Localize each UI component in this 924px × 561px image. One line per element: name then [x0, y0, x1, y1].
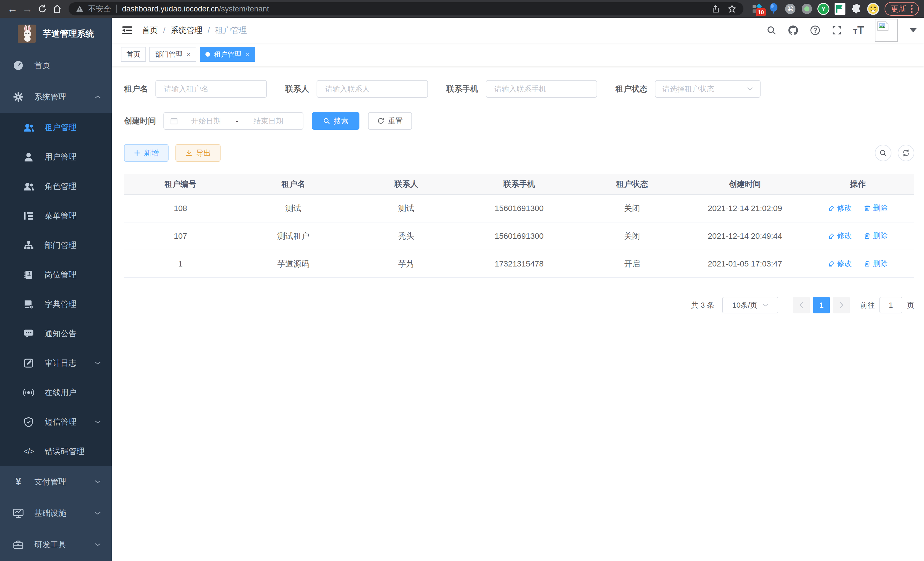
edit-link[interactable]: 修改 [828, 259, 852, 268]
back-icon[interactable]: ← [5, 2, 20, 16]
dictionary-icon [22, 299, 35, 309]
tags-view: 首页 部门管理 × 租户管理 × [112, 43, 924, 66]
contact-input[interactable] [316, 80, 428, 98]
sidebar-item-system[interactable]: 系统管理 [0, 81, 112, 113]
security-warning-icon[interactable] [75, 5, 84, 13]
sidebar: 芋道管理系统 首页 系统管理 租户管理 用户管理 角色管理 [0, 18, 112, 561]
logo-rabbit-image [18, 25, 36, 43]
sidebar-item-online-users[interactable]: 在线用户 [0, 378, 112, 407]
extension-flag-icon[interactable] [833, 2, 847, 16]
tab-tenant[interactable]: 租户管理 × [200, 47, 255, 62]
goto-page-input[interactable] [879, 297, 902, 313]
sidebar-item-sms[interactable]: 短信管理 [0, 407, 112, 437]
tenant-name-input[interactable] [155, 80, 267, 98]
home-icon[interactable] [50, 2, 64, 16]
profile-avatar-icon[interactable] [866, 2, 880, 16]
delete-link[interactable]: 删除 [864, 259, 888, 268]
sidebar-logo[interactable]: 芋道管理系统 [0, 18, 112, 50]
reload-icon[interactable] [35, 2, 50, 16]
delete-link[interactable]: 删除 [864, 231, 888, 241]
user-avatar[interactable] [875, 19, 898, 42]
cell-name: 芋道源码 [237, 250, 350, 278]
extension-tampermonkey-icon[interactable]: 10 [750, 2, 764, 16]
tab-close-icon[interactable]: × [245, 51, 249, 58]
tenant-name-label: 租户名 [124, 83, 148, 94]
sitemap-icon [22, 241, 35, 250]
next-page-button[interactable] [833, 297, 850, 313]
extension-balloon-icon[interactable] [767, 2, 781, 16]
sidebar-item-label: 租户管理 [45, 122, 76, 133]
extension-record-icon[interactable] [800, 2, 814, 16]
cell-created: 2021-12-14 21:02:09 [688, 194, 801, 222]
tab-close-icon[interactable]: × [187, 51, 190, 58]
delete-link[interactable]: 删除 [864, 203, 888, 213]
current-page-button[interactable]: 1 [813, 297, 830, 313]
signal-icon [22, 388, 35, 397]
chevron-down-icon [747, 87, 753, 91]
export-button[interactable]: 导出 [176, 144, 220, 162]
page-size-select[interactable]: 10条/页 [722, 297, 778, 313]
sidebar-item-user[interactable]: 用户管理 [0, 142, 112, 171]
edit-link[interactable]: 修改 [828, 203, 852, 213]
mobile-input[interactable] [486, 80, 597, 98]
date-separator: - [234, 117, 240, 126]
github-icon[interactable] [788, 25, 799, 36]
tab-home[interactable]: 首页 [121, 47, 146, 62]
sidebar-item-post[interactable]: 岗位管理 [0, 260, 112, 289]
search-button[interactable]: 搜索 [312, 112, 359, 130]
font-size-icon[interactable]: TT [853, 24, 864, 37]
sidebar-item-audit-log[interactable]: 审计日志 [0, 348, 112, 378]
reset-button[interactable]: 重置 [368, 112, 412, 130]
sidebar-item-tenant[interactable]: 租户管理 [0, 113, 112, 142]
bookmark-star-icon[interactable] [728, 4, 736, 14]
edit-link[interactable]: 修改 [828, 231, 852, 241]
search-button-label: 搜索 [334, 116, 349, 126]
extension-y-icon[interactable]: Y [817, 2, 830, 16]
sidebar-item-label: 错误码管理 [45, 446, 85, 457]
sidebar-item-dict[interactable]: 字典管理 [0, 289, 112, 319]
refresh-table-button[interactable] [898, 145, 914, 161]
add-button[interactable]: 新增 [124, 144, 169, 162]
page-size-value: 10条/页 [732, 300, 758, 310]
breadcrumb-home[interactable]: 首页 [142, 25, 158, 36]
avatar-dropdown-caret[interactable] [910, 28, 916, 32]
sidebar-item-menu[interactable]: 菜单管理 [0, 201, 112, 230]
badge-icon [22, 270, 35, 280]
sidebar-item-dept[interactable]: 部门管理 [0, 230, 112, 260]
sidebar-item-notice[interactable]: 通知公告 [0, 319, 112, 348]
table-row: 108 测试 测试 15601691300 关闭 2021-12-14 21:0… [124, 194, 914, 222]
tab-dept[interactable]: 部门管理 × [149, 47, 196, 62]
breadcrumb-system[interactable]: 系统管理 [171, 25, 202, 36]
sidebar-item-role[interactable]: 角色管理 [0, 171, 112, 201]
breadcrumb: 首页 / 系统管理 / 租户管理 [142, 25, 247, 36]
toggle-search-button[interactable] [875, 145, 891, 161]
sidebar-item-label: 岗位管理 [45, 269, 76, 280]
sidebar-item-home[interactable]: 首页 [0, 50, 112, 81]
sidebar-item-infra[interactable]: 基础设施 [0, 498, 112, 529]
share-icon[interactable] [711, 5, 720, 13]
hamburger-icon[interactable] [122, 26, 133, 35]
browser-menu-icon[interactable] [911, 5, 913, 13]
sidebar-item-label: 在线用户 [45, 387, 76, 398]
fullscreen-icon[interactable] [831, 25, 842, 36]
forward-icon[interactable]: → [20, 2, 35, 16]
sidebar-item-label: 部门管理 [45, 240, 76, 251]
status-select[interactable]: 请选择租户状态 [655, 80, 760, 98]
help-icon[interactable] [810, 25, 820, 36]
address-bar[interactable]: 不安全 dashboard.yudao.iocoder.cn/system/te… [69, 2, 743, 15]
prev-page-button[interactable] [793, 297, 810, 313]
sidebar-item-payment[interactable]: ¥ 支付管理 [0, 466, 112, 498]
monitor-icon [12, 508, 25, 518]
create-time-label: 创建时间 [124, 116, 156, 126]
sidebar-item-error-code[interactable]: </> 错误码管理 [0, 437, 112, 466]
mobile-label: 联系手机 [446, 83, 478, 94]
date-range-picker[interactable]: 开始日期 - 结束日期 [164, 112, 303, 130]
sidebar-item-dev-tools[interactable]: 研发工具 [0, 529, 112, 560]
security-label[interactable]: 不安全 [88, 4, 111, 14]
extension-command-icon[interactable]: ⌘ [783, 2, 797, 16]
extensions-puzzle-icon[interactable] [850, 2, 863, 16]
app-title: 芋道管理系统 [43, 28, 94, 40]
header-search-icon[interactable] [766, 25, 777, 35]
browser-update-button[interactable]: 更新 [885, 2, 919, 16]
chevron-down-icon [94, 361, 101, 365]
